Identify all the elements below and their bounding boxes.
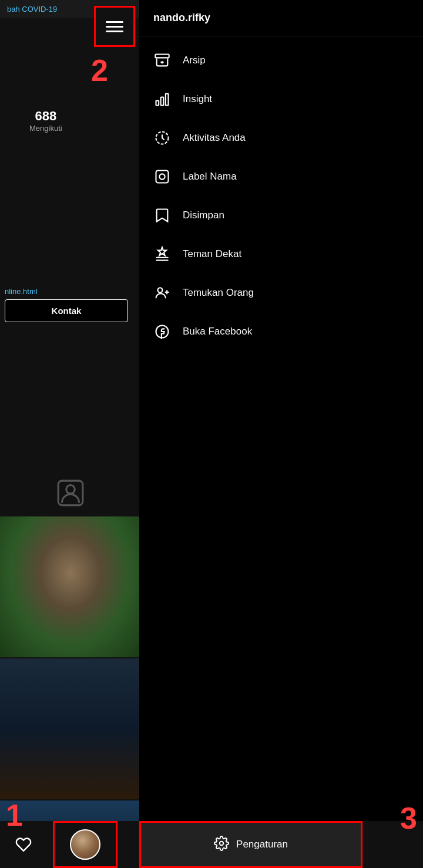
- pengaturan-button[interactable]: Pengaturan: [139, 821, 362, 868]
- teman-dekat-label: Teman Dekat: [183, 248, 241, 260]
- insight-label: Insight: [183, 93, 212, 105]
- add-person-icon: [153, 284, 171, 302]
- badge-1: 1: [6, 798, 23, 833]
- gear-icon: [214, 836, 229, 854]
- person-icon-area: [53, 475, 88, 511]
- aktivitas-label: Aktivitas Anda: [183, 132, 246, 144]
- svg-point-7: [159, 174, 164, 179]
- svg-rect-4: [166, 94, 169, 106]
- hamburger-bar-3: [106, 31, 123, 32]
- menu-item-insight[interactable]: Insight: [139, 80, 423, 119]
- avatar: [70, 829, 100, 860]
- menu-item-label-nama[interactable]: Label Nama: [139, 157, 423, 196]
- svg-point-10: [157, 288, 162, 292]
- hamburger-bar-1: [106, 21, 123, 23]
- label-icon: [153, 168, 171, 185]
- left-panel: bah COVID-19 688 Mengikuti nline.html Ko…: [0, 0, 141, 868]
- avatar-bottom-container[interactable]: [53, 821, 118, 868]
- buka-facebook-label: Buka Facebook: [183, 326, 252, 337]
- url-text: nline.html: [0, 285, 42, 298]
- kontak-button[interactable]: Kontak: [5, 299, 128, 322]
- menu-item-teman-dekat[interactable]: Teman Dekat: [139, 235, 423, 273]
- bottom-bar: Pengaturan: [0, 821, 423, 868]
- svg-rect-2: [156, 100, 159, 105]
- svg-rect-6: [156, 171, 169, 183]
- menu-item-arsip[interactable]: Arsip: [139, 41, 423, 80]
- svg-point-14: [220, 841, 224, 845]
- hamburger-button[interactable]: [94, 6, 135, 47]
- svg-point-1: [66, 485, 75, 494]
- menu-list: Arsip Insight Aktivitas Anda: [139, 41, 423, 351]
- activity-icon: [153, 129, 171, 147]
- following-label: Mengikuti: [29, 124, 62, 133]
- menu-item-temukan-orang[interactable]: Temukan Orang: [139, 273, 423, 312]
- menu-item-disimpan[interactable]: Disimpan: [139, 196, 423, 235]
- archive-icon: [153, 52, 171, 69]
- badge-3: 3: [400, 801, 417, 836]
- facebook-icon: [153, 323, 171, 340]
- temukan-orang-label: Temukan Orang: [183, 287, 254, 299]
- pengaturan-label: Pengaturan: [236, 839, 288, 850]
- bar-chart-icon: [153, 90, 171, 108]
- bookmark-icon: [153, 207, 171, 224]
- badge-2: 2: [91, 53, 108, 88]
- menu-item-buka-facebook[interactable]: Buka Facebook: [139, 312, 423, 351]
- right-panel: nando.rifky Arsip: [139, 0, 423, 868]
- hamburger-bar-2: [106, 26, 123, 28]
- following-block: 688 Mengikuti: [29, 109, 62, 133]
- photo-1: [0, 516, 141, 657]
- following-count: 688: [29, 109, 62, 124]
- svg-rect-3: [161, 97, 164, 106]
- username-header: nando.rifky: [139, 0, 423, 36]
- arsip-label: Arsip: [183, 55, 206, 66]
- disimpan-label: Disimpan: [183, 210, 224, 221]
- photo-2: [0, 658, 141, 799]
- star-list-icon: [153, 245, 171, 263]
- label-nama-label: Label Nama: [183, 171, 237, 183]
- menu-item-aktivitas[interactable]: Aktivitas Anda: [139, 119, 423, 157]
